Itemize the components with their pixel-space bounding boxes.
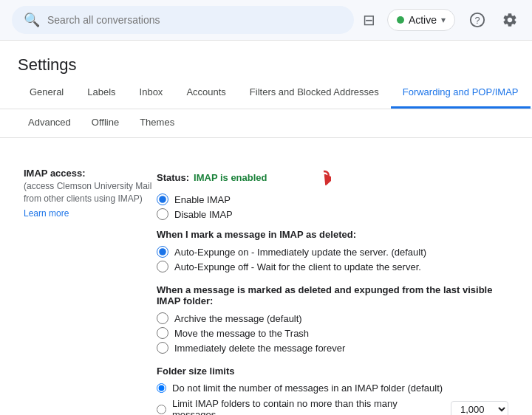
expunged-title: When a message is marked as deleted and … (157, 284, 508, 306)
imap-label-title: IMAP access: (24, 168, 157, 179)
tab-accounts[interactable]: Accounts (174, 78, 237, 109)
nav-tabs: General Labels Inbox Accounts Filters an… (0, 78, 532, 109)
learn-more-link[interactable]: Learn more (24, 208, 157, 219)
active-label: Active (409, 14, 437, 26)
red-arrow-icon (272, 168, 331, 188)
limit-radio[interactable] (157, 405, 166, 414)
top-bar: 🔍 ⊟ Active ▾ ? (0, 0, 532, 41)
tab-filters[interactable]: Filters and Blocked Addresses (238, 78, 391, 109)
status-value: IMAP is enabled (194, 172, 267, 183)
folder-limits-title: Folder size limits (157, 366, 508, 377)
imap-access-section: IMAP access: (access Clemson University … (24, 156, 508, 415)
limit-option[interactable]: Limit IMAP folders to contain no more th… (157, 398, 508, 415)
folder-limits-section: Folder size limits Do not limit the numb… (157, 366, 508, 415)
chevron-down-icon: ▾ (441, 15, 446, 25)
tab-forwarding[interactable]: Forwarding and POP/IMAP (391, 78, 531, 109)
search-input[interactable] (47, 14, 342, 26)
auto-expunge-off-radio[interactable] (157, 261, 168, 272)
svg-text:?: ? (474, 15, 480, 26)
settings-gear-icon[interactable] (499, 10, 520, 30)
imap-status: Status: IMAP is enabled (157, 168, 508, 188)
auto-expunge-on-option[interactable]: Auto-Expunge on - Immediately update the… (157, 246, 508, 258)
delete-radio[interactable] (157, 342, 168, 354)
sub-tab-advanced[interactable]: Advanced (18, 109, 81, 137)
auto-expunge-off-label: Auto-Expunge off - Wait for the client t… (174, 261, 421, 272)
sub-tab-offline[interactable]: Offline (81, 109, 129, 137)
active-dot (397, 16, 404, 24)
disable-imap-radio[interactable] (157, 208, 168, 220)
tab-inbox[interactable]: Inbox (128, 78, 175, 109)
imap-label-desc: (access Clemson University Mail from oth… (24, 180, 157, 205)
delete-option[interactable]: Immediately delete the message forever (157, 342, 508, 354)
disable-imap-option[interactable]: Disable IMAP (157, 208, 508, 220)
auto-expunge-on-label: Auto-Expunge on - Immediately update the… (174, 247, 426, 258)
no-limit-option[interactable]: Do not limit the number of messages in a… (157, 383, 508, 394)
sub-tab-themes[interactable]: Themes (129, 109, 185, 137)
auto-expunge-off-option[interactable]: Auto-Expunge off - Wait for the client t… (157, 261, 508, 272)
imap-radio-group: Enable IMAP Disable IMAP (157, 193, 508, 220)
enable-imap-option[interactable]: Enable IMAP (157, 193, 508, 205)
help-icon[interactable]: ? (467, 10, 488, 30)
disable-imap-label: Disable IMAP (174, 209, 233, 220)
search-box[interactable]: 🔍 (12, 6, 354, 34)
search-icon: 🔍 (24, 12, 40, 28)
no-limit-radio[interactable] (157, 383, 166, 393)
delete-label: Immediately delete the message forever (174, 343, 345, 354)
mark-deleted-title: When I mark a message in IMAP as deleted… (157, 229, 508, 240)
status-prefix: Status: (157, 172, 189, 183)
enable-imap-radio[interactable] (157, 193, 168, 205)
tab-general[interactable]: General (18, 78, 75, 109)
auto-expunge-on-radio[interactable] (157, 246, 168, 258)
expunged-section: When a message is marked as deleted and … (157, 284, 508, 354)
page-title: Settings (0, 41, 532, 75)
active-badge[interactable]: Active ▾ (387, 9, 455, 31)
limit-label: Limit IMAP folders to contain no more th… (172, 398, 442, 415)
imap-label: IMAP access: (access Clemson University … (24, 168, 157, 219)
imap-content: Status: IMAP is enabled (157, 168, 508, 415)
trash-option[interactable]: Move the message to the Trash (157, 327, 508, 339)
trash-radio[interactable] (157, 327, 168, 339)
trash-label: Move the message to the Trash (174, 328, 309, 339)
filter-icon[interactable]: ⊟ (363, 11, 375, 29)
no-limit-label: Do not limit the number of messages in a… (172, 383, 443, 394)
top-bar-right: ⊟ Active ▾ ? (363, 9, 520, 31)
archive-label: Archive the message (default) (174, 313, 302, 324)
mark-deleted-section: When I mark a message in IMAP as deleted… (157, 229, 508, 272)
sub-tabs: Advanced Offline Themes (0, 109, 532, 138)
archive-option[interactable]: Archive the message (default) (157, 312, 508, 324)
settings-content: IMAP access: (access Clemson University … (0, 138, 532, 415)
limit-dropdown[interactable]: 1,000 2,000 5,000 10,000 (451, 401, 508, 416)
enable-imap-label: Enable IMAP (174, 194, 231, 205)
archive-radio[interactable] (157, 312, 168, 324)
tab-labels[interactable]: Labels (75, 78, 127, 109)
